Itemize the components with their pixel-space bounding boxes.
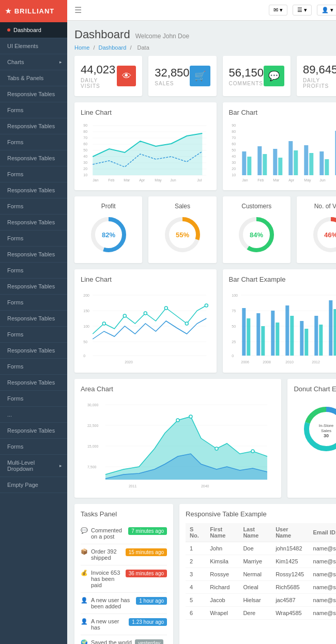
- table-header: S No.: [186, 523, 206, 542]
- svg-text:Mar: Mar: [273, 178, 280, 182]
- line-chart-1: Line Chart 90 80 70 60 50 40 30 20 10: [74, 102, 217, 190]
- chevron-right-icon: ▸: [59, 59, 62, 65]
- area-donut-row: Area Chart 30,000 22,500 15,000 7,500: [67, 379, 336, 504]
- svg-text:2011: 2011: [129, 484, 137, 488]
- breadcrumb-data: Data: [138, 44, 149, 51]
- sidebar-item-label: Responsive Tables: [7, 123, 55, 129]
- task-item: 👤A new user has1.23 hour ago: [81, 614, 167, 635]
- sidebar-item-15[interactable]: Forms: [0, 263, 67, 279]
- svg-text:Apr: Apr: [288, 178, 295, 182]
- sidebar-item-9[interactable]: Forms: [0, 166, 67, 182]
- svg-text:Jul: Jul: [197, 178, 202, 182]
- sidebar-item-10[interactable]: Responsive Tables: [0, 182, 67, 198]
- svg-text:150: 150: [83, 309, 89, 313]
- sidebar-item-label: Responsive Tables: [7, 251, 55, 257]
- breadcrumb-dashboard[interactable]: Dashboard: [99, 44, 127, 51]
- svg-rect-45: [319, 151, 324, 175]
- sidebar-item-26[interactable]: Forms: [0, 439, 67, 455]
- svg-text:May: May: [155, 178, 162, 182]
- table-row: 4RichardOriealRich5685name@site.com: [186, 581, 336, 594]
- sidebar-item-28[interactable]: Empty Page: [0, 477, 67, 493]
- sidebar-item-12[interactable]: Responsive Tables: [0, 214, 67, 231]
- svg-rect-97: [256, 313, 260, 356]
- user-button[interactable]: 👤 ▾: [317, 5, 336, 16]
- table-cell: 3: [186, 568, 206, 581]
- breadcrumb-home[interactable]: Home: [74, 44, 89, 51]
- task-badge: 7 minutes ago: [128, 527, 167, 535]
- list-button[interactable]: ☰ ▾: [293, 5, 312, 16]
- sidebar-item-7[interactable]: Forms: [0, 134, 67, 150]
- mail-button[interactable]: ✉ ▾: [269, 5, 287, 16]
- svg-text:75: 75: [232, 309, 236, 313]
- sidebar-item-label: Forms: [7, 139, 23, 145]
- sidebar-item-22[interactable]: Responsive Tables: [0, 375, 67, 391]
- svg-text:90: 90: [232, 124, 236, 127]
- svg-text:30: 30: [83, 161, 87, 164]
- bar-chart-2-svg: 100 75 50 25 0: [229, 287, 336, 365]
- sidebar-dot-icon: [7, 28, 10, 32]
- hamburger-icon[interactable]: ☰: [74, 5, 82, 15]
- sidebar-item-label: UI Elements: [7, 43, 38, 49]
- svg-text:15,000: 15,000: [87, 444, 99, 448]
- sidebar-item-21[interactable]: Forms: [0, 359, 67, 375]
- svg-text:84%: 84%: [250, 231, 263, 239]
- stat-profits: 89,645 DAILY PROFITS 👤: [297, 56, 336, 96]
- sidebar-item-20[interactable]: Responsive Tables: [0, 343, 67, 359]
- sidebar-item-27[interactable]: Multi-Level Dropdown▸: [0, 455, 67, 477]
- sidebar-item-17[interactable]: Forms: [0, 295, 67, 311]
- svg-text:30: 30: [324, 433, 329, 438]
- svg-rect-108: [333, 309, 336, 356]
- task-icon: 👤: [81, 597, 88, 604]
- line-chart-2-svg: 200 150 100 50 0: [81, 287, 210, 365]
- svg-rect-41: [288, 141, 293, 175]
- task-icon: 💬: [81, 527, 88, 534]
- task-item: 💰Invoice 653 has been paid36 minutes ago: [81, 565, 167, 593]
- sidebar-item-1[interactable]: UI Elements: [0, 38, 67, 54]
- sidebar-item-4[interactable]: Responsive Tables: [0, 86, 67, 102]
- sidebar-item-19[interactable]: Forms: [0, 327, 67, 343]
- sidebar-item-0[interactable]: Dashboard: [0, 22, 67, 38]
- sidebar-item-13[interactable]: Forms: [0, 231, 67, 247]
- sidebar-item-25[interactable]: Responsive Tables: [0, 423, 67, 439]
- sidebar-item-23[interactable]: Forms: [0, 391, 67, 407]
- sidebar-item-24[interactable]: ...: [0, 407, 67, 423]
- sidebar-item-8[interactable]: Responsive Tables: [0, 150, 67, 166]
- page-header: Dashboard Welcome John Doe: [67, 21, 336, 44]
- svg-text:In-Store: In-Store: [318, 423, 333, 428]
- task-badge: 1 hour ago: [136, 597, 167, 605]
- table-row: 2KimsilaMarriyeKim1425name@site.com: [186, 555, 336, 568]
- brand-logo: ★ BRILLIANT: [0, 0, 67, 22]
- sidebar-item-2[interactable]: Charts▸: [0, 54, 67, 70]
- svg-point-82: [185, 322, 188, 325]
- table-cell: Dere: [239, 607, 271, 620]
- page-subtitle: Welcome John Doe: [135, 33, 190, 40]
- visits-card: No. of Visits 46%: [297, 196, 336, 263]
- svg-text:60: 60: [83, 142, 87, 146]
- data-table: S No.First NameLast NameUser NameEmail I…: [186, 523, 336, 620]
- sidebar-item-label: Forms: [7, 171, 23, 177]
- task-text: Saved the world: [91, 639, 132, 644]
- svg-rect-95: [242, 308, 246, 356]
- svg-text:50: 50: [232, 325, 236, 328]
- task-item: 👤A new user has been added1 hour ago: [81, 593, 167, 614]
- svg-rect-96: [247, 318, 250, 356]
- sidebar-item-5[interactable]: Forms: [0, 102, 67, 118]
- sidebar-item-6[interactable]: Responsive Tables: [0, 118, 67, 134]
- svg-text:7,500: 7,500: [87, 465, 97, 469]
- stat-sales: 32,850 SALES 🛒: [148, 56, 216, 96]
- sidebar-item-14[interactable]: Responsive Tables: [0, 247, 67, 263]
- sales-card: Sales 55%: [148, 196, 216, 263]
- svg-point-126: [215, 447, 218, 450]
- sidebar-item-3[interactable]: Tabs & Panels: [0, 70, 67, 86]
- svg-text:May: May: [304, 178, 311, 182]
- task-text: Invoice 653 has been paid: [91, 570, 123, 588]
- svg-text:10: 10: [83, 173, 87, 177]
- table-cell: Rich5685: [271, 581, 309, 594]
- sidebar-item-16[interactable]: Responsive Tables: [0, 279, 67, 295]
- charts-row-1: Line Chart 90 80 70 60 50 40 30 20 10: [67, 102, 336, 196]
- sidebar-item-18[interactable]: Responsive Tables: [0, 311, 67, 327]
- bottom-charts-row: Line Chart 200 150 100 50 0: [67, 269, 336, 379]
- task-icon: 🌍: [81, 639, 88, 644]
- sidebar-item-11[interactable]: Forms: [0, 198, 67, 214]
- svg-point-83: [205, 304, 208, 307]
